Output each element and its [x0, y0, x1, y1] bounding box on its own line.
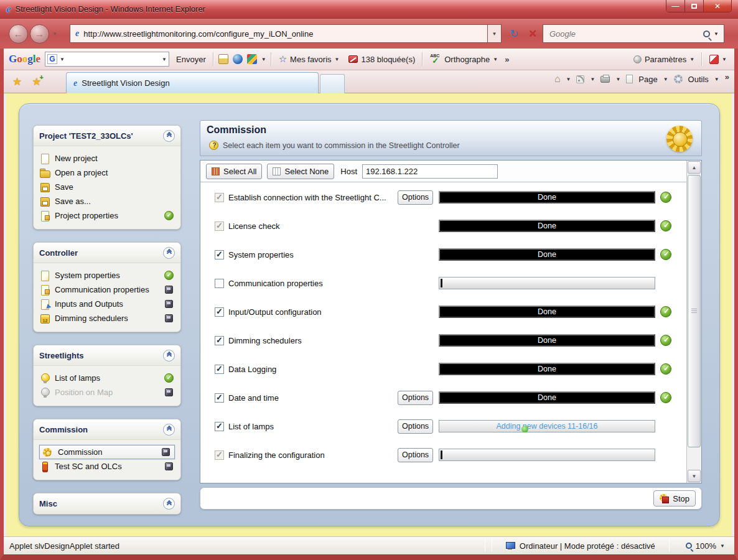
page-icon[interactable] [626, 75, 633, 83]
sidebar-item-system-properties[interactable]: System properties [39, 268, 175, 282]
pdf-button[interactable]: ▼ [707, 54, 729, 65]
scroll-up-icon[interactable]: ▲ [688, 161, 701, 174]
window-title: Streetlight Vision Design - Windows Inte… [16, 4, 205, 14]
maximize-button[interactable] [685, 0, 704, 12]
options-button[interactable]: Options [398, 391, 433, 405]
tools-menu[interactable]: Outils [688, 75, 709, 84]
tab-streetlight-vision-design[interactable]: e Streetlight Vision Design [66, 72, 319, 93]
list-scrollbar[interactable]: ▲ ▼ [686, 161, 701, 483]
task-checkbox[interactable] [215, 336, 224, 345]
zoom-dropdown-icon[interactable]: ▼ [720, 543, 725, 549]
search-box[interactable]: ▼ [543, 24, 724, 43]
back-button[interactable]: ← [9, 24, 28, 44]
select-none-button[interactable]: Select None [267, 164, 334, 179]
google-search-history-icon[interactable]: ▼ [162, 57, 167, 62]
refresh-button[interactable]: ↻ [505, 25, 523, 42]
status-separator [492, 539, 492, 552]
stop-button[interactable]: Stop [653, 490, 696, 506]
pending-badge-icon [165, 300, 173, 308]
sidebar-item-test-sc-olcs[interactable]: Test SC and OLCs [39, 459, 175, 474]
sidebar-item-dimming-schedulers[interactable]: Dimming schedulers [39, 311, 175, 325]
search-icon[interactable] [703, 30, 710, 37]
collapse-chevron-icon[interactable] [163, 424, 175, 436]
minimize-button[interactable]: — [666, 0, 685, 12]
settings-menu[interactable]: Paramètres▼ [631, 54, 697, 65]
collapse-chevron-icon[interactable] [163, 130, 175, 142]
google-search-input[interactable]: G ▼ ▼ [45, 52, 169, 67]
task-checkbox[interactable] [215, 250, 224, 259]
sidebar-item-commission[interactable]: Commission [39, 445, 175, 459]
search-input[interactable] [548, 29, 699, 39]
task-row-communication-properties: Communication properties [200, 269, 686, 297]
apps-dropdown-icon[interactable]: ▼ [261, 57, 266, 62]
home-dropdown-icon[interactable]: ▼ [566, 77, 571, 82]
browser-viewport: Project 'TEST2_33OLCs' New project Open … [4, 93, 734, 536]
spellcheck-menu[interactable]: Orthographe▼ [427, 53, 500, 65]
task-checkbox[interactable] [215, 279, 224, 288]
tools-dropdown-icon[interactable]: ▼ [714, 77, 719, 82]
select-all-button[interactable]: Select All [206, 164, 262, 179]
sidebar-item-communication-properties[interactable]: Communication properties [39, 282, 175, 297]
sidebar-item-inputs-outputs[interactable]: Inputs and Outputs [39, 297, 175, 311]
ie-window: { "window": { "title": "Streetlight Visi… [0, 0, 738, 560]
options-button[interactable]: Options [398, 190, 433, 205]
send-button[interactable]: Envoyer [174, 54, 208, 65]
status-done-icon [660, 192, 671, 203]
zoom-control[interactable]: 100% ▼ [676, 541, 729, 551]
options-button[interactable]: Options [398, 448, 433, 462]
task-checkbox[interactable] [215, 422, 224, 431]
open-folder-icon [40, 168, 50, 178]
collapse-chevron-icon[interactable] [163, 350, 175, 362]
sidebar-item-new-project[interactable]: New project [39, 151, 175, 166]
popup-blocker-button[interactable]: 138 bloquée(s) [346, 54, 418, 65]
commission-gear-icon-large [666, 126, 693, 152]
add-favorite-icon[interactable]: ★ [32, 75, 41, 88]
sidebar-item-save[interactable]: Save [39, 180, 175, 194]
page-menu[interactable]: Page [638, 75, 657, 84]
task-checkbox[interactable] [215, 307, 224, 317]
page-dropdown-icon[interactable]: ▼ [663, 77, 668, 82]
new-tab-button[interactable] [320, 74, 345, 93]
history-dropdown-icon[interactable]: ▼ [52, 31, 57, 37]
task-checkbox[interactable] [215, 365, 224, 374]
calendar-icon[interactable] [218, 54, 228, 64]
command-overflow-button[interactable]: » [725, 72, 729, 82]
google-search-dropdown-icon[interactable]: ▼ [60, 57, 65, 62]
options-button[interactable]: Options [398, 419, 433, 434]
forward-button[interactable]: → [30, 24, 49, 44]
sidebar-item-list-of-lamps[interactable]: List of lamps [39, 371, 175, 385]
task-checkbox[interactable] [215, 393, 224, 403]
communication-properties-icon [40, 285, 50, 295]
favorites-menu[interactable]: ☆Mes favoris▼ [276, 52, 342, 66]
home-icon[interactable]: ⌂ [554, 74, 561, 84]
tools-gear-icon[interactable] [674, 75, 683, 83]
rss-icon[interactable] [576, 75, 584, 83]
stop-nav-button[interactable]: ✕ [524, 25, 541, 42]
sidebar-item-save-as[interactable]: Save as... [39, 194, 175, 208]
print-dropdown-icon[interactable]: ▼ [615, 77, 620, 82]
favorites-dropdown-icon: ▼ [335, 57, 340, 62]
earth-icon[interactable] [233, 54, 243, 64]
sidebar-item-project-properties[interactable]: Project properties [39, 208, 175, 223]
sidebar: Project 'TEST2_33OLCs' New project Open … [33, 125, 181, 515]
print-icon[interactable] [600, 76, 610, 83]
apps-icon[interactable] [247, 54, 257, 64]
section-title-streetlights: Streetlights [39, 351, 84, 360]
scroll-down-icon[interactable]: ▼ [688, 470, 701, 482]
address-bar[interactable]: e http://www.streetlightmonitoring.com/c… [70, 24, 488, 43]
collapse-chevron-icon[interactable] [163, 247, 175, 259]
sidebar-item-open-project[interactable]: Open a project [39, 166, 175, 180]
toolbar-overflow-button[interactable]: » [505, 55, 509, 64]
collapse-chevron-icon[interactable] [163, 498, 175, 510]
navigation-bar: ← → ▼ e http://www.streetlightmonitoring… [0, 19, 738, 49]
scrollbar-thumb[interactable] [688, 175, 701, 447]
zoom-icon [686, 543, 692, 549]
section-title-misc: Misc [39, 499, 57, 508]
rss-dropdown-icon[interactable]: ▼ [590, 77, 595, 82]
close-button[interactable]: ✕ [704, 0, 731, 12]
search-dropdown-icon[interactable]: ▼ [714, 31, 719, 37]
toolbar-separator [213, 52, 214, 66]
address-dropdown-icon[interactable]: ▼ [488, 24, 502, 43]
favorites-center-icon[interactable]: ★ [12, 75, 22, 88]
host-input[interactable] [362, 164, 498, 179]
